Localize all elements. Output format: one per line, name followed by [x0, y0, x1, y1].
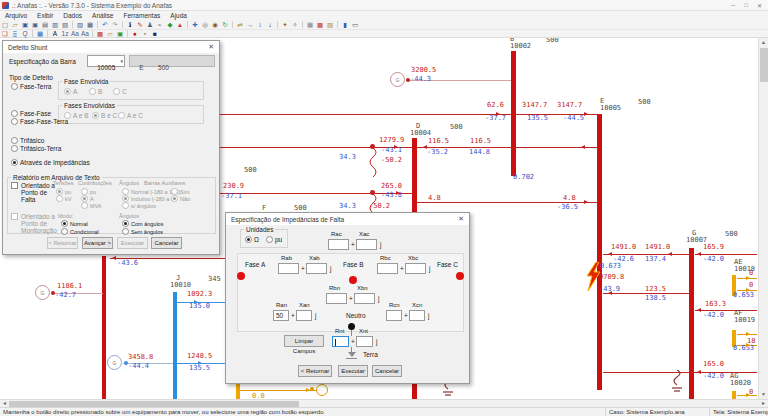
- bus-a[interactable]: [102, 256, 106, 399]
- case-aa2-icon[interactable]: Aa: [80, 29, 90, 38]
- scroll-left-icon[interactable]: ◄: [0, 400, 9, 407]
- scroll-right-icon[interactable]: ►: [759, 400, 768, 407]
- rac-input[interactable]: [328, 239, 349, 250]
- cancelar-button[interactable]: Cancelar: [151, 237, 182, 249]
- orientado-falta-checkbox[interactable]: [11, 182, 18, 189]
- radio-icon[interactable]: [11, 83, 18, 90]
- generator-3200[interactable]: G: [390, 72, 405, 87]
- radio-atrav-s-de-imped-ncias[interactable]: Através de Impedâncias: [11, 159, 90, 166]
- undo-icon[interactable]: ↶: [100, 20, 110, 29]
- bus-e-10005[interactable]: [597, 114, 602, 390]
- radio-trif-sico[interactable]: Trifásico: [11, 137, 44, 144]
- close-icon[interactable]: ✕: [208, 43, 214, 51]
- radio-icon[interactable]: [122, 220, 129, 227]
- image-icon[interactable]: ▣: [115, 29, 125, 38]
- refresh-icon[interactable]: ↻: [220, 20, 230, 29]
- menu-item-análise[interactable]: Análise: [87, 12, 118, 19]
- menu-item-exibir[interactable]: Exibir: [32, 12, 58, 19]
- rbn-input[interactable]: [326, 293, 347, 304]
- close-icon[interactable]: ✕: [458, 215, 464, 223]
- defeito-shunt-title-bar[interactable]: Defeito Shunt ✕: [3, 41, 219, 53]
- executar-button[interactable]: Executar: [338, 365, 368, 377]
- radio-icon[interactable]: [245, 236, 252, 243]
- radio-icon[interactable]: [266, 236, 273, 243]
- attach-icon[interactable]: ⌁: [155, 20, 165, 29]
- radio-com-ngulos[interactable]: Com ângulos: [122, 220, 163, 227]
- layers-icon[interactable]: ❏: [0, 29, 10, 38]
- menu-item-arquivo[interactable]: Arquivo: [0, 12, 32, 19]
- close-button[interactable]: ✕: [757, 2, 762, 9]
- retornar-button[interactable]: < Retornar: [298, 365, 332, 377]
- star-icon[interactable]: ✧: [290, 20, 300, 29]
- map-icon[interactable]: ▩: [95, 29, 105, 38]
- table-icon[interactable]: ▦: [35, 29, 45, 38]
- maximize-button[interactable]: □: [744, 2, 748, 9]
- new-file-icon[interactable]: ▢: [0, 20, 10, 29]
- generator-1186[interactable]: G: [35, 285, 50, 300]
- open-folder-icon[interactable]: ▱: [10, 20, 20, 29]
- copy-icon[interactable]: ▨: [75, 20, 85, 29]
- load-circle[interactable]: ·: [316, 384, 328, 396]
- radio-fase-terra[interactable]: Fase-Terra: [11, 83, 51, 90]
- bus-number-combo[interactable]: 10005 ▾: [87, 55, 125, 67]
- branch-line[interactable]: [240, 390, 316, 391]
- radio-fase-fase[interactable]: Fase-Fase: [11, 110, 51, 117]
- radio-sem-ngulos[interactable]: Sem ângulos: [122, 228, 163, 235]
- xan-input[interactable]: [296, 310, 312, 321]
- grid-icon[interactable]: ▦: [305, 20, 315, 29]
- radio-icon[interactable]: [11, 159, 18, 166]
- radio-icon[interactable]: [61, 220, 68, 227]
- radio-fase-fase-terra[interactable]: Fase-Fase-Terra: [11, 118, 68, 125]
- move-cross-icon[interactable]: ✚: [190, 20, 200, 29]
- radio-icon[interactable]: [11, 118, 18, 125]
- rcn-input[interactable]: [386, 310, 402, 321]
- rnt-input[interactable]: [332, 336, 349, 347]
- tool-icon[interactable]: ✦: [280, 20, 290, 29]
- xab-input[interactable]: [306, 263, 327, 274]
- title-bar[interactable]: .: Anafas :. - Versão 7.3.0 - Sistema Ex…: [0, 0, 768, 11]
- stop-icon[interactable]: ▪: [140, 29, 150, 38]
- minimize-button[interactable]: ─: [731, 2, 735, 9]
- chevron-down-icon[interactable]: ▾: [120, 58, 123, 64]
- horizontal-scroll-thumb[interactable]: [9, 401, 299, 407]
- grid-dots-icon[interactable]: ⣿: [10, 29, 20, 38]
- radio-icon[interactable]: [122, 228, 129, 235]
- xac-input[interactable]: [356, 239, 377, 250]
- zoom-q-icon[interactable]: Q: [20, 29, 30, 38]
- font-a-icon[interactable]: A: [50, 29, 60, 38]
- rbc-input[interactable]: [377, 263, 398, 274]
- zoom-in-icon[interactable]: ◎: [200, 20, 210, 29]
- limpar-campos-button[interactable]: Limpar Campos: [284, 335, 324, 347]
- vertical-scrollbar[interactable]: ▲ ▼: [758, 38, 768, 399]
- warning-triangle-icon[interactable]: ▲: [175, 20, 185, 29]
- bus-ag-10020[interactable]: [732, 391, 736, 399]
- redo-icon[interactable]: ↷: [110, 20, 120, 29]
- menu-item-ferramentas[interactable]: Ferramentas: [118, 12, 165, 19]
- xbc-input[interactable]: [405, 263, 426, 274]
- vertical-scroll-thumb[interactable]: [760, 48, 768, 82]
- xnt-input[interactable]: [356, 336, 373, 347]
- arrow-down-icon[interactable]: ↓: [265, 20, 275, 29]
- radio-normal[interactable]: Normal: [61, 220, 88, 227]
- export-icon[interactable]: ▧: [60, 20, 70, 29]
- user-icon[interactable]: ♟: [145, 20, 155, 29]
- ran-input[interactable]: 50: [273, 310, 289, 321]
- radio-icon[interactable]: [11, 110, 18, 117]
- xbn-input[interactable]: [354, 293, 375, 304]
- monitor-icon[interactable]: ▭: [350, 20, 360, 29]
- generator-3458[interactable]: G: [107, 355, 122, 370]
- radio-pu[interactable]: pu: [266, 236, 282, 243]
- save-icon[interactable]: ▣: [20, 20, 30, 29]
- horizontal-scrollbar[interactable]: ◄ ►: [0, 399, 768, 407]
- save-as-icon[interactable]: ▣: [30, 20, 40, 29]
- ok-diamond-icon[interactable]: ◆: [165, 20, 175, 29]
- record-dot-icon[interactable]: ●: [130, 29, 140, 38]
- xcn-input[interactable]: [409, 310, 425, 321]
- palette-icon[interactable]: ▨: [325, 20, 335, 29]
- edit-pencil-icon[interactable]: ✎: [135, 20, 145, 29]
- impedancias-title-bar[interactable]: Especificação de Impedâncias de Falta ✕: [226, 213, 469, 225]
- bus-j-10010[interactable]: [173, 292, 177, 399]
- radio-condicional[interactable]: Condicional: [61, 228, 99, 235]
- scroll-up-icon[interactable]: ▲: [759, 38, 768, 47]
- rab-input[interactable]: [278, 263, 299, 274]
